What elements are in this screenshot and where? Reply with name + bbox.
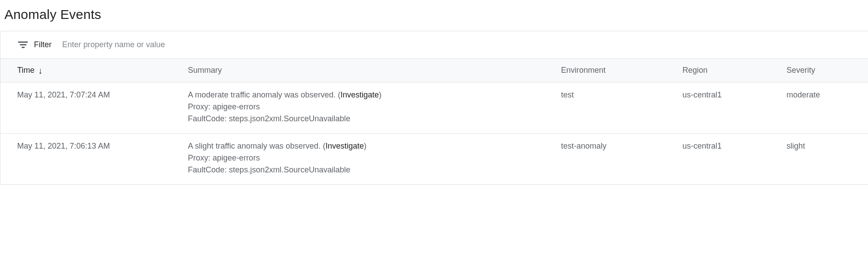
sort-descending-icon: ↓ (38, 66, 42, 75)
column-header-time[interactable]: Time ↓ (0, 59, 183, 82)
filter-input[interactable] (58, 37, 850, 52)
column-header-summary[interactable]: Summary (183, 59, 556, 82)
summary-text: A slight traffic anomaly was observed. ( (188, 142, 326, 150)
summary-faultcode: FaultCode: steps.json2xml.SourceUnavaila… (188, 114, 550, 123)
investigate-link[interactable]: Investigate (326, 142, 364, 150)
filter-icon (18, 41, 28, 48)
cell-environment: test (556, 82, 677, 134)
table-header-row: Time ↓ Summary Environment Region Severi… (0, 59, 868, 82)
table-row: May 11, 2021, 7:06:13 AM A slight traffi… (0, 134, 868, 185)
filter-bar: Filter (0, 31, 868, 58)
summary-close: ) (379, 90, 382, 99)
cell-summary: A moderate traffic anomaly was observed.… (183, 82, 556, 134)
summary-faultcode: FaultCode: steps.json2xml.SourceUnavaila… (188, 165, 550, 175)
column-header-environment[interactable]: Environment (556, 59, 677, 82)
summary-close: ) (364, 142, 367, 150)
cell-time: May 11, 2021, 7:06:13 AM (0, 134, 183, 185)
column-header-time-label: Time (17, 66, 34, 75)
filter-label: Filter (34, 40, 52, 49)
cell-summary: A slight traffic anomaly was observed. (… (183, 134, 556, 185)
cell-severity: slight (781, 134, 868, 185)
table-row: May 11, 2021, 7:07:24 AM A moderate traf… (0, 82, 868, 134)
column-header-severity[interactable]: Severity (781, 59, 868, 82)
cell-environment: test-anomaly (556, 134, 677, 185)
cell-time: May 11, 2021, 7:07:24 AM (0, 82, 183, 134)
events-table: Time ↓ Summary Environment Region Severi… (0, 58, 868, 185)
summary-text: A moderate traffic anomaly was observed.… (188, 90, 340, 99)
summary-proxy: Proxy: apigee-errors (188, 102, 550, 112)
events-table-wrapper: Filter Time ↓ Summary (0, 31, 868, 185)
page-title: Anomaly Events (0, 0, 868, 31)
cell-region: us-central1 (677, 82, 781, 134)
column-header-region[interactable]: Region (677, 59, 781, 82)
cell-region: us-central1 (677, 134, 781, 185)
summary-proxy: Proxy: apigee-errors (188, 153, 550, 163)
cell-severity: moderate (781, 82, 868, 134)
investigate-link[interactable]: Investigate (340, 90, 379, 99)
